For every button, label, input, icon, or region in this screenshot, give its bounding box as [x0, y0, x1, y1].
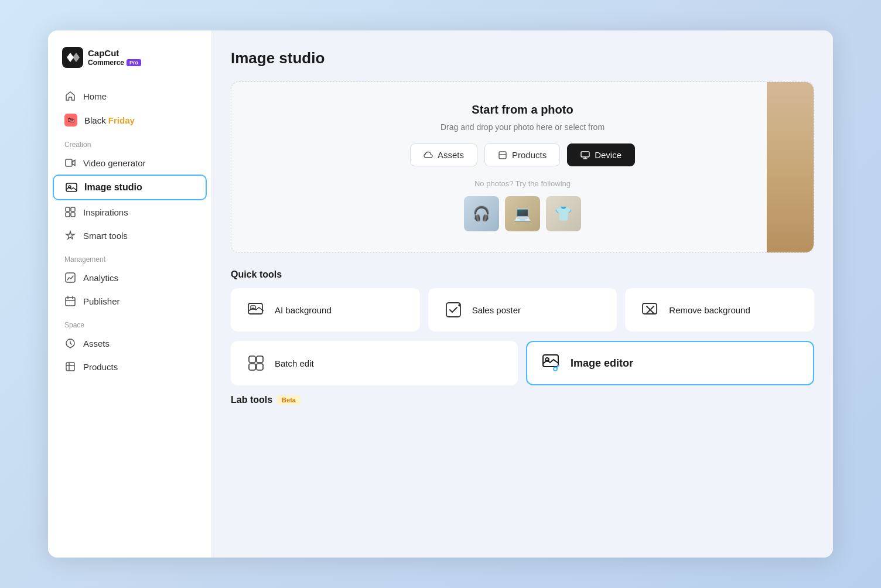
- capcut-logo-icon: [62, 47, 83, 68]
- products-icon: [64, 361, 76, 372]
- smart-tools-icon: [64, 230, 76, 241]
- tool-image-editor[interactable]: Image editor: [526, 341, 814, 385]
- sample-image-earbuds[interactable]: 🎧: [464, 196, 499, 231]
- assets-icon: [64, 337, 76, 349]
- assets-button[interactable]: Assets: [410, 143, 477, 166]
- no-photos-text: No photos? Try the following: [245, 179, 800, 188]
- svg-rect-7: [71, 213, 75, 217]
- section-creation: Creation: [48, 132, 211, 151]
- home-icon: [64, 90, 76, 102]
- main-content: Image studio Start from a photo Drag and…: [212, 30, 833, 558]
- sidebar-item-smart-tools[interactable]: Smart tools: [53, 224, 207, 247]
- sidebar-item-publisher[interactable]: Publisher: [53, 289, 207, 313]
- sidebar-item-assets[interactable]: Assets: [53, 331, 207, 355]
- app-container: CapCut Commerce Pro Home 🛍 Black Friday: [48, 30, 833, 558]
- sidebar-item-analytics[interactable]: Analytics: [53, 266, 207, 289]
- section-space: Space: [48, 313, 211, 331]
- beta-badge: Beta: [277, 395, 301, 405]
- quick-tools-grid: AI background Sales poster: [231, 288, 814, 331]
- page-title: Image studio: [231, 49, 814, 67]
- upload-area[interactable]: Start from a photo Drag and drop your ph…: [231, 81, 814, 253]
- box-icon: [498, 151, 507, 160]
- sample-image-shirt[interactable]: 👕: [546, 196, 581, 231]
- svg-point-23: [554, 367, 557, 371]
- tool-ai-background[interactable]: AI background: [231, 288, 420, 331]
- svg-rect-8: [66, 273, 75, 282]
- image-editor-icon: [541, 353, 562, 374]
- svg-rect-4: [66, 207, 70, 211]
- svg-rect-5: [71, 207, 75, 211]
- sales-poster-icon: [443, 299, 464, 320]
- quick-tools-grid-2: Batch edit Image editor: [231, 341, 814, 385]
- image-studio-icon: [66, 182, 77, 193]
- sample-image-laptop[interactable]: 💻: [505, 196, 540, 231]
- remove-background-icon: [640, 299, 661, 320]
- sidebar-item-video-generator[interactable]: Video generator: [53, 151, 207, 175]
- right-preview-image: [767, 82, 814, 252]
- upload-title: Start from a photo: [245, 103, 800, 117]
- sidebar: CapCut Commerce Pro Home 🛍 Black Friday: [48, 30, 212, 558]
- sidebar-item-inspirations[interactable]: Inspirations: [53, 200, 207, 224]
- ai-background-icon: [245, 299, 267, 320]
- sidebar-item-home[interactable]: Home: [53, 84, 207, 108]
- cloud-icon: [424, 151, 433, 160]
- svg-rect-9: [66, 298, 75, 306]
- svg-rect-18: [257, 356, 263, 363]
- upload-subtitle: Drag and drop your photo here or select …: [245, 122, 800, 132]
- quick-tools-section-title: Quick tools: [231, 269, 814, 280]
- black-friday-icon: 🛍: [64, 114, 77, 127]
- svg-rect-6: [66, 213, 70, 217]
- sidebar-item-image-studio[interactable]: Image studio: [53, 175, 207, 200]
- products-button[interactable]: Products: [484, 143, 560, 166]
- svg-rect-1: [66, 159, 72, 166]
- logo-commerce: Commerce Pro: [88, 59, 141, 67]
- analytics-icon: [64, 272, 76, 283]
- section-management: Management: [48, 247, 211, 266]
- video-icon: [64, 157, 76, 169]
- lab-tools-header: Lab tools Beta: [231, 395, 814, 405]
- logo-capcut: CapCut: [88, 48, 141, 59]
- tool-remove-background[interactable]: Remove background: [625, 288, 814, 331]
- black-friday-label: Black Friday: [84, 115, 135, 125]
- svg-rect-20: [257, 364, 263, 370]
- logo-area: CapCut Commerce Pro: [48, 47, 211, 84]
- tool-batch-edit[interactable]: Batch edit: [231, 341, 518, 385]
- sidebar-item-products[interactable]: Products: [53, 355, 207, 378]
- upload-buttons: Assets Products Device: [245, 143, 800, 166]
- sample-images: 🎧 💻 👕: [245, 196, 800, 231]
- sidebar-item-black-friday[interactable]: 🛍 Black Friday: [53, 108, 207, 132]
- tool-sales-poster[interactable]: Sales poster: [428, 288, 617, 331]
- publisher-icon: [64, 295, 76, 307]
- svg-rect-12: [581, 152, 589, 157]
- svg-rect-2: [66, 183, 77, 192]
- pro-badge: Pro: [127, 59, 141, 67]
- lab-tools-title: Lab tools: [231, 395, 272, 405]
- inspirations-icon: [64, 206, 76, 218]
- monitor-icon: [580, 151, 590, 160]
- svg-rect-19: [249, 364, 255, 370]
- logo-text: CapCut Commerce Pro: [88, 48, 141, 67]
- svg-rect-11: [499, 152, 506, 159]
- svg-rect-10: [66, 363, 74, 371]
- device-button[interactable]: Device: [567, 143, 635, 166]
- batch-edit-icon: [245, 353, 267, 374]
- svg-rect-17: [249, 356, 255, 363]
